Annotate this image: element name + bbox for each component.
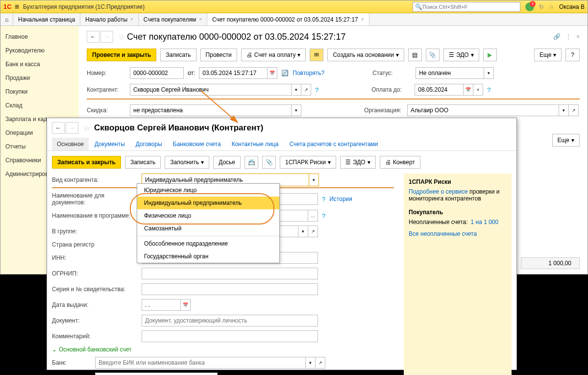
account-input[interactable] <box>95 373 218 375</box>
modal-fill-button[interactable]: Заполнить▾ <box>165 156 209 169</box>
kebab-icon[interactable]: ⋮ <box>565 33 571 40</box>
dropdown-item-individual[interactable]: Индивидуальный предприниматель <box>137 197 279 209</box>
user-name[interactable]: Оксана В <box>559 3 585 10</box>
modal-edo-button[interactable]: ☰ЭДО▾ <box>340 156 376 169</box>
issue-date-input[interactable] <box>142 299 181 311</box>
sidebar-sales[interactable]: Продажи <box>0 71 79 85</box>
org-input[interactable] <box>407 104 559 116</box>
dropdown-item-legal[interactable]: Юридическое лицо <box>137 184 279 197</box>
document-input[interactable] <box>142 315 318 326</box>
spark-link[interactable]: Подробнее о сервисе <box>409 188 468 195</box>
save-button[interactable]: Записать <box>160 49 196 61</box>
open-icon[interactable]: ↗ <box>569 104 579 116</box>
tab-main[interactable]: Основное <box>52 138 89 150</box>
bank-input[interactable] <box>95 357 306 369</box>
chevron-down-icon[interactable]: ▾ <box>484 67 494 79</box>
chevron-down-icon[interactable]: ▾ <box>306 357 316 369</box>
star-icon[interactable]: ☆ <box>549 3 554 10</box>
tab-contracts[interactable]: Договоры <box>131 138 167 150</box>
chevron-down-icon[interactable]: ▾ <box>309 174 318 186</box>
dropdown-item-person[interactable]: Физическое лицо <box>137 209 279 222</box>
calendar-icon[interactable]: 📅 <box>181 299 191 311</box>
tab-invoice-detail[interactable]: Счет покупателю 0000-000002 от 03.05.202… <box>207 13 369 25</box>
attach-button[interactable]: 📎 <box>426 49 440 61</box>
create-based-button[interactable]: Создать на основании▾ <box>327 49 404 61</box>
modal-envelope-button[interactable]: 🖨Конверт <box>380 156 420 169</box>
help-button[interactable]: ? <box>565 49 580 61</box>
modal-card-button[interactable]: 📇 <box>245 156 258 169</box>
open-icon[interactable]: ↗ <box>301 84 311 96</box>
play-button[interactable]: ▶ <box>483 49 497 61</box>
sidebar-manager[interactable]: Руководителю <box>0 44 79 57</box>
clear-icon[interactable]: × <box>473 84 483 96</box>
sidebar-main[interactable]: Главное <box>0 30 79 44</box>
email-button[interactable]: ✉ <box>310 49 323 61</box>
chevron-down-icon[interactable]: ▾ <box>292 84 301 96</box>
open-icon[interactable]: ↗ <box>316 357 325 369</box>
refresh-icon[interactable]: 🔄 <box>281 70 289 76</box>
modal-save-button[interactable]: Записать <box>125 156 161 169</box>
repeat-link[interactable]: Повторять? <box>293 70 324 76</box>
series-input[interactable] <box>142 283 318 295</box>
more-button-2[interactable]: Еще▾ <box>552 134 580 147</box>
calendar-icon[interactable]: 📅 <box>464 84 473 96</box>
modal-dossier-button[interactable]: Досье <box>213 156 241 169</box>
payment-until-input[interactable] <box>415 84 464 96</box>
contractor-input[interactable] <box>130 84 292 96</box>
sidebar-warehouse[interactable]: Склад <box>0 99 79 112</box>
post-button[interactable]: Провести <box>200 49 237 61</box>
close-icon[interactable]: × <box>576 33 580 40</box>
menu-icon[interactable]: ≡ <box>15 2 19 11</box>
favorite-star-icon[interactable]: ☆ <box>118 32 125 42</box>
discount-select[interactable] <box>130 104 292 116</box>
more-button[interactable]: Еще▾ <box>534 49 562 61</box>
edo-button[interactable]: ☰ЭДО▾ <box>443 49 479 61</box>
tab-settlements[interactable]: Счета расчетов с контрагентами <box>284 138 383 150</box>
favorite-star-icon[interactable]: ☆ <box>83 124 90 133</box>
chevron-down-icon[interactable]: ▾ <box>292 104 301 116</box>
unpaid-link[interactable]: 1 на 1 000 <box>471 219 499 225</box>
tab-getting-started[interactable]: Начало работы× <box>80 13 139 25</box>
help-icon[interactable]: ? <box>322 196 325 203</box>
bank-section-toggle[interactable]: ⌄Основной банковский счет <box>52 346 131 353</box>
dropdown-item-gov[interactable]: Государственный орган <box>137 250 279 263</box>
modal-nav-back[interactable]: ← <box>52 122 65 134</box>
tab-home[interactable]: ⌂ <box>0 13 13 25</box>
post-and-close-button[interactable]: Провести и закрыть <box>87 49 156 61</box>
open-icon[interactable]: ↗ <box>308 225 318 237</box>
tab-bank-accounts[interactable]: Банковские счета <box>168 138 226 150</box>
tab-start-page[interactable]: Начальная страница <box>13 13 80 25</box>
history-link[interactable]: История <box>329 196 352 202</box>
close-icon[interactable]: × <box>130 17 133 22</box>
sidebar-purchases[interactable]: Покупки <box>0 85 79 99</box>
number-input[interactable] <box>130 67 184 79</box>
ogrnip-input[interactable] <box>142 268 318 279</box>
dropdown-item-self-employed[interactable]: Самозанятый <box>137 222 279 235</box>
help-icon[interactable]: ? <box>322 212 325 220</box>
link-icon[interactable]: 🔗 <box>553 33 561 40</box>
modal-save-close-button[interactable]: Записать и закрыть <box>52 156 121 169</box>
modal-spark-button[interactable]: 1СПАРК Риски▾ <box>280 156 336 169</box>
chevron-down-icon[interactable]: ▾ <box>559 104 569 116</box>
comment-input[interactable] <box>142 330 318 342</box>
nav-back[interactable]: ← <box>87 31 99 43</box>
status-select[interactable] <box>416 67 484 79</box>
modal-nav-forward[interactable]: → <box>66 122 78 134</box>
nav-forward[interactable]: → <box>100 31 113 43</box>
search-input[interactable] <box>422 4 511 10</box>
close-icon[interactable]: × <box>199 17 202 22</box>
structure-button[interactable]: ▤ <box>408 49 422 61</box>
close-icon[interactable]: × <box>361 17 364 22</box>
tab-documents[interactable]: Документы <box>90 138 130 150</box>
print-invoice-button[interactable]: 🖨Счет на оплату▾ <box>241 49 306 61</box>
help-icon[interactable]: ? <box>315 86 318 94</box>
modal-attach-button[interactable]: 📎 <box>262 156 276 169</box>
help-icon[interactable]: ? <box>487 86 490 94</box>
history-icon[interactable]: ↻ <box>539 3 544 10</box>
date-input[interactable] <box>199 67 268 79</box>
dropdown-item-subdivision[interactable]: Обособленное подразделение <box>137 237 279 250</box>
all-unpaid-link[interactable]: Все неоплаченные счета <box>409 230 477 237</box>
bell-icon[interactable]: 2 <box>525 2 534 11</box>
calendar-icon[interactable]: 📅 <box>268 67 277 79</box>
tab-contacts[interactable]: Контактные лица <box>227 138 284 150</box>
